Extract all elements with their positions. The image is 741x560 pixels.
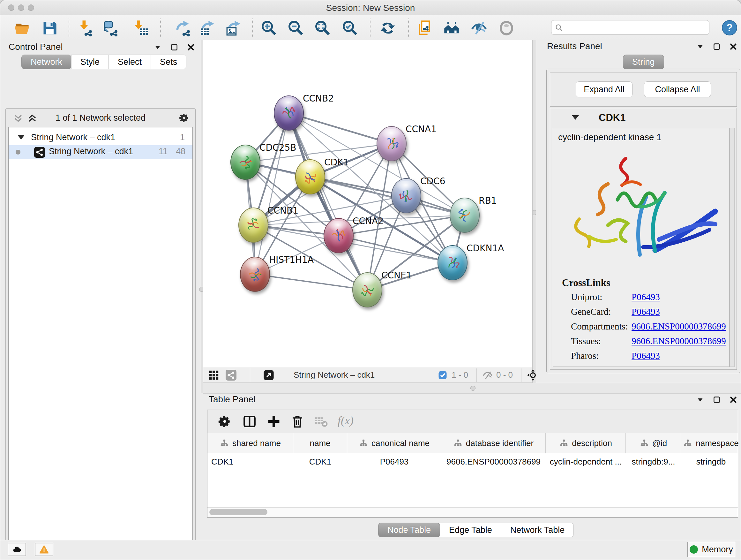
export-image-button[interactable] xyxy=(226,20,242,37)
save-session-button[interactable] xyxy=(42,20,58,37)
edge-CCNA2-CDKN1A[interactable] xyxy=(339,236,453,263)
node-CCNA2[interactable] xyxy=(324,218,354,253)
control-panel-float-icon[interactable] xyxy=(170,43,179,51)
zoom-fit-button[interactable] xyxy=(314,20,331,37)
horizontal-splitter-handle[interactable] xyxy=(470,386,475,391)
table-panel-close-icon[interactable] xyxy=(729,395,738,404)
network-view-icon[interactable] xyxy=(226,370,237,381)
crosslink-link[interactable]: P06493 xyxy=(631,351,660,361)
results-panel-menu-icon[interactable] xyxy=(696,43,704,51)
collection-expander-icon[interactable] xyxy=(17,135,24,139)
edge-HIST1H1A-CCNE1[interactable] xyxy=(255,274,367,290)
tab-sets[interactable]: Sets xyxy=(151,55,186,69)
grid-view-icon[interactable] xyxy=(208,370,219,381)
node-CCNB2[interactable] xyxy=(274,96,304,131)
delete-column-icon[interactable] xyxy=(290,415,305,428)
crosslink-link[interactable]: 9606.ENSP00000378699 xyxy=(631,321,726,332)
results-scrollbar[interactable] xyxy=(730,128,735,367)
column-header-shared-name[interactable]: shared name xyxy=(207,433,293,453)
column-header-namespace[interactable]: namespace xyxy=(681,433,741,453)
add-column-icon[interactable] xyxy=(267,415,281,428)
apply-preferred-layout-button[interactable] xyxy=(380,20,396,37)
table-cell[interactable]: CDK1 xyxy=(207,453,293,470)
node-CCNE1[interactable] xyxy=(352,272,382,307)
hidden-eye-icon[interactable] xyxy=(482,370,493,381)
table-hscrollbar-thumb[interactable] xyxy=(209,509,267,515)
export-network-button[interactable] xyxy=(174,20,191,37)
node-CCNB1[interactable] xyxy=(239,207,268,243)
control-panel-close-icon[interactable] xyxy=(187,43,195,51)
import-table-from-file-button[interactable] xyxy=(132,20,149,37)
results-panel-close-icon[interactable] xyxy=(729,43,738,51)
copy-network-button[interactable] xyxy=(416,20,433,37)
edge-CCNB2-CCNA1[interactable] xyxy=(289,113,392,144)
selected-checkbox-icon[interactable] xyxy=(438,370,448,380)
help-button[interactable]: ? xyxy=(722,20,738,36)
zoom-in-button[interactable] xyxy=(261,20,277,37)
table-cell[interactable]: stringdb xyxy=(681,453,741,470)
expand-all-button[interactable]: Expand All xyxy=(576,81,632,98)
tab-network-table[interactable]: Network Table xyxy=(501,523,574,537)
collapse-all-button[interactable]: Collapse All xyxy=(644,81,711,98)
table-cell[interactable]: P06493 xyxy=(347,453,441,470)
gene-expander-icon[interactable] xyxy=(572,115,579,120)
table-cell[interactable]: cyclin-dependent ... xyxy=(546,453,626,470)
column-header-database-identifier[interactable]: database identifier xyxy=(441,433,546,453)
node-CDK1[interactable] xyxy=(295,159,325,194)
search-input[interactable] xyxy=(566,21,708,34)
table-panel-menu-icon[interactable] xyxy=(696,395,704,404)
column-header-description[interactable]: description xyxy=(546,433,626,453)
node-CDC6[interactable] xyxy=(391,178,421,213)
cloud-button[interactable] xyxy=(8,543,26,556)
detach-view-icon[interactable] xyxy=(263,370,274,381)
node-CCNA1[interactable] xyxy=(377,126,407,161)
table-row[interactable]: CDK1CDK1P064939606.ENSP00000378699cyclin… xyxy=(207,453,738,470)
right-splitter[interactable] xyxy=(533,40,536,393)
node-HIST1H1A[interactable] xyxy=(240,257,270,292)
table-gear-icon[interactable] xyxy=(218,415,232,428)
node-CDKN1A[interactable] xyxy=(437,245,468,280)
gene-header[interactable]: CDK1 xyxy=(550,108,737,128)
table-panel-float-icon[interactable] xyxy=(713,395,721,404)
function-builder-button[interactable]: f(x) xyxy=(338,414,354,427)
results-panel-float-icon[interactable] xyxy=(713,43,721,51)
control-panel-menu-icon[interactable] xyxy=(153,43,162,51)
tab-network[interactable]: Network xyxy=(21,55,71,69)
import-network-from-database-button[interactable] xyxy=(102,20,118,37)
column-header-canonical-name[interactable]: canonical name xyxy=(347,433,441,453)
zoom-out-button[interactable] xyxy=(287,20,304,37)
table-cell[interactable]: 9606.ENSP00000378699 xyxy=(441,453,546,470)
import-network-from-file-button[interactable] xyxy=(76,20,93,37)
edge-CCNB2-HIST1H1A[interactable] xyxy=(255,113,289,274)
select-columns-icon[interactable] xyxy=(243,415,257,428)
tab-edge-table[interactable]: Edge Table xyxy=(440,523,501,537)
open-session-button[interactable] xyxy=(14,20,30,37)
gear-icon[interactable] xyxy=(179,112,190,123)
network-canvas[interactable]: CCNB2CCNA1CDC25BCDK1CDC6RB1CCNB1CCNA2CDK… xyxy=(203,40,533,367)
left-splitter[interactable] xyxy=(201,40,203,393)
network-row-selected[interactable]: String Network – cdk1 11 48 xyxy=(9,145,192,159)
tab-node-table[interactable]: Node Table xyxy=(378,523,440,537)
warnings-button[interactable] xyxy=(35,543,53,556)
crosslink-link[interactable]: P06493 xyxy=(631,307,660,317)
column-header--id[interactable]: @id xyxy=(626,433,681,453)
show-all-nodes-edges-button[interactable] xyxy=(498,20,515,37)
network-collection-row[interactable]: String Network – cdk1 1 xyxy=(9,131,192,145)
table-cell[interactable]: stringdb:9... xyxy=(626,453,681,470)
tab-style[interactable]: Style xyxy=(71,55,109,69)
memory-button[interactable]: Memory xyxy=(687,542,735,557)
node-CDC25B[interactable] xyxy=(230,145,260,180)
crosslink-link[interactable]: P06493 xyxy=(631,292,660,302)
table-cell[interactable]: CDK1 xyxy=(293,453,347,470)
zoom-selected-button[interactable] xyxy=(342,20,358,37)
node-RB1[interactable] xyxy=(450,198,480,233)
crosslink-link[interactable]: 9606.ENSP00000378699 xyxy=(631,336,726,347)
first-neighbors-button[interactable] xyxy=(443,20,460,37)
tab-string[interactable]: String xyxy=(623,55,664,69)
tab-select[interactable]: Select xyxy=(109,55,151,69)
export-table-button[interactable] xyxy=(199,20,216,37)
horizontal-splitter[interactable] xyxy=(203,383,741,394)
delete-table-icon[interactable] xyxy=(314,415,328,428)
column-header-name[interactable]: name xyxy=(293,433,347,453)
hide-selected-button[interactable] xyxy=(471,20,487,37)
